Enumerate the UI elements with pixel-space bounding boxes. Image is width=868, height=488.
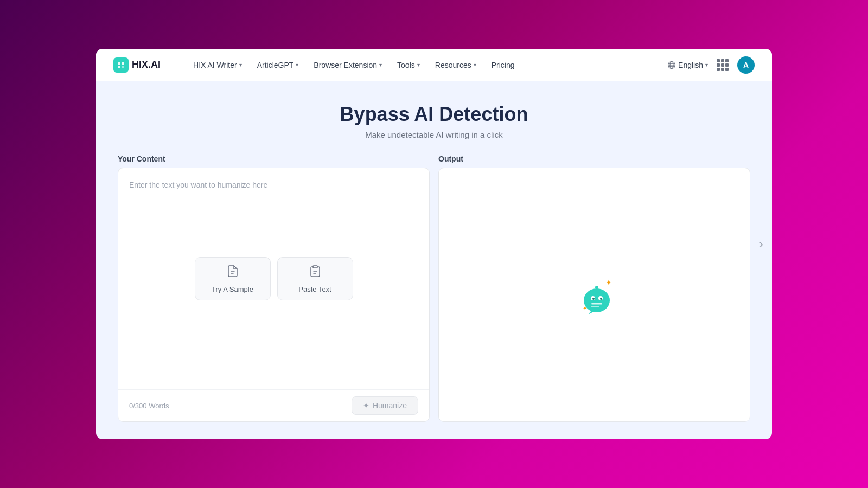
output-area: ✦ ✦ bbox=[439, 168, 750, 421]
svg-rect-19 bbox=[591, 303, 602, 305]
svg-rect-3 bbox=[122, 66, 124, 68]
document-icon bbox=[226, 265, 239, 281]
page-subtitle: Make undetectable AI writing in a click bbox=[118, 130, 750, 139]
spark-icon: ✦ bbox=[363, 401, 369, 410]
input-text-area[interactable]: Enter the text you want to humanize here bbox=[118, 168, 429, 389]
svg-rect-11 bbox=[313, 266, 317, 268]
svg-rect-1 bbox=[122, 62, 124, 65]
word-count: 0/300 Words bbox=[129, 402, 169, 410]
nav-item-pricing[interactable]: Pricing bbox=[485, 57, 521, 73]
svg-rect-0 bbox=[118, 62, 120, 65]
chevron-down-icon: ▾ bbox=[379, 62, 382, 68]
clipboard-icon bbox=[309, 265, 322, 281]
paste-text-label: Paste Text bbox=[298, 285, 331, 293]
language-label: English bbox=[678, 61, 703, 69]
nav-item-tools[interactable]: Tools ▾ bbox=[391, 57, 426, 73]
page-title: Bypass AI Detection bbox=[118, 103, 750, 126]
navbar: HIX.AI HIX AI Writer ▾ ArticleGPT ▾ Brow… bbox=[96, 49, 772, 81]
nav-item-browser-extension[interactable]: Browser Extension ▾ bbox=[307, 57, 388, 73]
nav-item-hix-writer[interactable]: HIX AI Writer ▾ bbox=[187, 57, 248, 73]
svg-point-22 bbox=[595, 286, 598, 289]
logo-text: HIX.AI bbox=[132, 59, 161, 70]
nav-item-articlegpt[interactable]: ArticleGPT ▾ bbox=[251, 57, 305, 73]
nav-right: English ▾ A bbox=[667, 56, 755, 74]
nav-item-resources[interactable]: Resources ▾ bbox=[429, 57, 483, 73]
user-avatar[interactable]: A bbox=[737, 56, 755, 74]
columns-wrapper: Your Content Enter the text you want to … bbox=[118, 155, 750, 422]
nav-links: HIX AI Writer ▾ ArticleGPT ▾ Browser Ext… bbox=[187, 57, 667, 73]
svg-text:✦: ✦ bbox=[605, 278, 612, 287]
svg-rect-20 bbox=[591, 306, 599, 307]
input-placeholder: Enter the text you want to humanize here bbox=[129, 181, 267, 189]
input-column: Your Content Enter the text you want to … bbox=[118, 155, 430, 422]
svg-rect-2 bbox=[118, 66, 120, 68]
svg-point-18 bbox=[600, 298, 602, 300]
input-box-footer: 0/300 Words ✦ Humanize bbox=[118, 389, 429, 421]
language-selector[interactable]: English ▾ bbox=[667, 61, 708, 69]
apps-grid-icon[interactable] bbox=[717, 59, 729, 71]
chevron-down-icon: ▾ bbox=[296, 62, 298, 68]
output-column: Output ✦ ✦ bbox=[438, 155, 750, 422]
chevron-down-icon: ▾ bbox=[239, 62, 242, 68]
side-arrow-icon: › bbox=[759, 236, 763, 252]
logo[interactable]: HIX.AI bbox=[113, 57, 161, 73]
try-sample-button[interactable]: Try A Sample bbox=[195, 257, 271, 300]
chevron-down-icon: ▾ bbox=[474, 62, 476, 68]
output-content-box: ✦ ✦ bbox=[438, 168, 750, 422]
globe-icon bbox=[667, 61, 676, 69]
chevron-down-icon: ▾ bbox=[417, 62, 420, 68]
browser-window: HIX.AI HIX AI Writer ▾ ArticleGPT ▾ Brow… bbox=[96, 49, 772, 439]
input-column-label: Your Content bbox=[118, 155, 430, 163]
lang-chevron-icon: ▾ bbox=[705, 62, 708, 68]
output-column-label: Output bbox=[438, 155, 750, 163]
svg-rect-21 bbox=[596, 288, 598, 293]
page-header: Bypass AI Detection Make undetectable AI… bbox=[118, 103, 750, 139]
humanize-button[interactable]: ✦ Humanize bbox=[352, 396, 418, 415]
svg-point-17 bbox=[592, 298, 595, 300]
logo-icon bbox=[113, 57, 129, 73]
try-sample-label: Try A Sample bbox=[212, 285, 253, 293]
paste-text-button[interactable]: Paste Text bbox=[277, 257, 353, 300]
action-buttons: Try A Sample Paste bbox=[195, 257, 353, 300]
humanize-label: Humanize bbox=[373, 401, 407, 410]
main-content: Bypass AI Detection Make undetectable AI… bbox=[96, 81, 772, 439]
input-content-box: Enter the text you want to humanize here bbox=[118, 168, 430, 422]
robot-mascot: ✦ ✦ bbox=[573, 273, 616, 317]
